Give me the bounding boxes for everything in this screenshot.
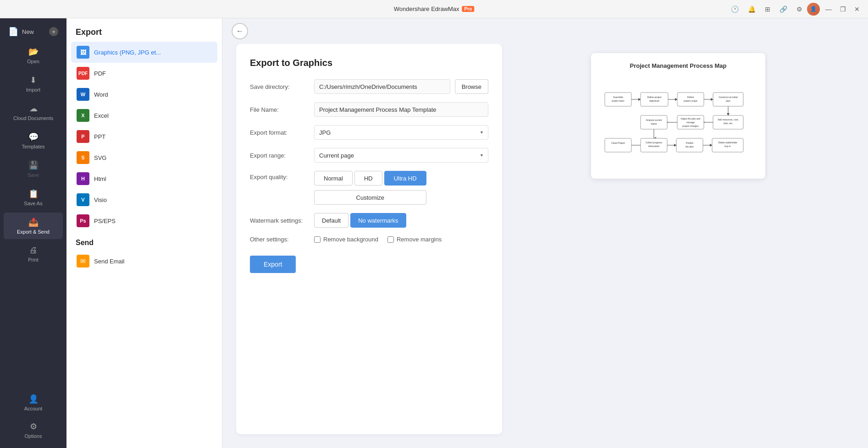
ppt-format-label: PPT bbox=[94, 133, 105, 140]
export-button[interactable]: Export bbox=[250, 256, 296, 273]
quality-hd-btn[interactable]: HD bbox=[354, 171, 382, 186]
customize-button[interactable]: Customize bbox=[314, 190, 426, 205]
quality-normal-btn[interactable]: Normal bbox=[314, 171, 353, 186]
pdf-format-label: PDF bbox=[94, 70, 106, 77]
sidebar-item-print-label: Print bbox=[28, 257, 39, 262]
svg-text:plan: plan bbox=[726, 99, 730, 102]
sidebar-item-new[interactable]: 📄 New + bbox=[4, 23, 63, 40]
sidebar-item-save-label: Save bbox=[28, 172, 39, 178]
remove-background-label[interactable]: Remove background bbox=[314, 236, 378, 243]
remove-margins-checkbox[interactable] bbox=[387, 236, 394, 243]
graphics-format-label: Graphics (PNG, JPG et... bbox=[94, 49, 161, 56]
sidebar-item-account[interactable]: 👤 Account bbox=[4, 389, 63, 416]
sidebar: 📄 New + 📂 Open ⬇ Import ☁ Cloud Document… bbox=[0, 18, 66, 448]
save-directory-row: Save directory: Browse bbox=[250, 79, 488, 94]
export-range-select[interactable]: Current page All pages Selected objects bbox=[314, 148, 488, 163]
export-quality-label: Export quality: bbox=[250, 171, 310, 180]
sidebar-item-open[interactable]: 📂 Open bbox=[4, 42, 63, 69]
ps-format-icon: Ps bbox=[77, 214, 89, 227]
remove-background-text: Remove background bbox=[323, 236, 378, 243]
send-email-item[interactable]: ✉ Send Email bbox=[66, 251, 222, 272]
minimize-button[interactable]: — bbox=[823, 5, 835, 14]
visio-format-label: Visio bbox=[94, 197, 107, 203]
watermark-row: Watermark settings: Default No watermark… bbox=[250, 213, 488, 228]
file-name-row: File Name: bbox=[250, 102, 488, 117]
watermark-default-btn[interactable]: Default bbox=[314, 213, 348, 228]
format-item-word[interactable]: W Word bbox=[71, 84, 217, 105]
other-settings-row: Other settings: Remove background Remove… bbox=[250, 236, 488, 243]
sidebar-item-templates[interactable]: 💬 Templates bbox=[4, 127, 63, 154]
word-format-icon: W bbox=[77, 88, 89, 101]
preview-title: Project Management Process Map bbox=[600, 62, 756, 69]
sidebar-item-cloud[interactable]: ☁ Cloud Documents bbox=[4, 99, 63, 126]
sidebar-item-import[interactable]: ⬇ Import bbox=[4, 71, 63, 97]
svg-text:Close Project: Close Project bbox=[611, 142, 625, 144]
format-item-ps[interactable]: Ps PS/EPS bbox=[71, 210, 217, 231]
send-email-label: Send Email bbox=[94, 258, 124, 265]
user-avatar[interactable]: 👤 bbox=[807, 3, 820, 16]
bell-icon[interactable]: 🔔 bbox=[746, 4, 757, 15]
new-icon: 📄 bbox=[8, 27, 18, 37]
clock-alert-icon[interactable]: 🕐 bbox=[729, 4, 741, 15]
share-icon[interactable]: 🔗 bbox=[778, 4, 789, 15]
export-panel: Export 🖼 Graphics (PNG, JPG et... PDF PD… bbox=[66, 18, 222, 448]
format-item-ppt[interactable]: P PPT bbox=[71, 126, 217, 147]
export-format-select[interactable]: JPG PNG BMP TIFF SVG bbox=[314, 125, 488, 140]
sidebar-item-account-label: Account bbox=[24, 406, 43, 411]
checkbox-group: Remove background Remove margins bbox=[314, 236, 442, 243]
format-item-excel[interactable]: X Excel bbox=[71, 105, 217, 126]
sidebar-item-print[interactable]: 🖨 Print bbox=[4, 241, 63, 267]
close-button[interactable]: ✕ bbox=[851, 5, 862, 14]
export-quality-row: Export quality: Normal HD Ultra HD Custo… bbox=[250, 171, 488, 205]
back-button-area: ← bbox=[222, 18, 868, 44]
sidebar-item-save-as[interactable]: 📋 Save As bbox=[4, 184, 63, 211]
svg-text:objectives: objectives bbox=[649, 99, 660, 102]
sidebar-item-options[interactable]: ⚙ Options bbox=[4, 417, 63, 443]
back-button[interactable]: ← bbox=[232, 23, 248, 39]
svg-text:Define project: Define project bbox=[647, 96, 662, 98]
export-form-title: Export to Graphics bbox=[250, 58, 488, 68]
format-list: 🖼 Graphics (PNG, JPG et... PDF PDF W Wor… bbox=[66, 42, 222, 231]
browse-button[interactable]: Browse bbox=[455, 79, 488, 94]
remove-margins-label[interactable]: Remove margins bbox=[387, 236, 442, 243]
quality-group: Normal HD Ultra HD bbox=[314, 171, 426, 186]
remove-background-checkbox[interactable] bbox=[314, 236, 321, 243]
export-panel-header: Export bbox=[66, 18, 222, 42]
quality-ultra-hd-btn[interactable]: Ultra HD bbox=[384, 171, 426, 186]
svg-text:risks, etc.: risks, etc. bbox=[723, 122, 733, 125]
format-item-graphics[interactable]: 🖼 Graphics (PNG, JPG et... bbox=[71, 42, 217, 63]
word-format-label: Word bbox=[94, 91, 108, 98]
format-item-html[interactable]: H Html bbox=[71, 168, 217, 189]
save-directory-input[interactable] bbox=[314, 79, 450, 94]
svg-text:status: status bbox=[651, 122, 657, 125]
templates-icon: 💬 bbox=[28, 132, 39, 142]
email-icon: ✉ bbox=[77, 255, 89, 268]
visio-format-icon: V bbox=[77, 193, 89, 206]
svg-text:Define: Define bbox=[687, 96, 694, 98]
export-range-row: Export range: Current page All pages Sel… bbox=[250, 148, 488, 163]
export-format-select-wrapper: JPG PNG BMP TIFF SVG bbox=[314, 125, 488, 140]
sidebar-item-export[interactable]: 📤 Export & Send bbox=[4, 213, 63, 239]
ppt-format-icon: P bbox=[77, 130, 89, 143]
format-item-visio[interactable]: V Visio bbox=[71, 189, 217, 210]
import-icon: ⬇ bbox=[30, 75, 37, 85]
maximize-button[interactable]: ❐ bbox=[837, 5, 849, 14]
sidebar-item-new-label: New bbox=[22, 28, 34, 35]
file-name-input[interactable] bbox=[314, 102, 488, 117]
svg-text:buy-in: buy-in bbox=[724, 145, 731, 148]
format-item-svg[interactable]: S SVG bbox=[71, 147, 217, 168]
svg-text:information: information bbox=[648, 145, 660, 148]
watermark-group: Default No watermarks bbox=[314, 213, 406, 228]
format-item-pdf[interactable]: PDF PDF bbox=[71, 63, 217, 84]
svg-text:the plan: the plan bbox=[686, 145, 694, 148]
svg-text:Add resources, cost,: Add resources, cost, bbox=[718, 118, 739, 121]
main-content: ← Export to Graphics Save directory: Bro… bbox=[222, 18, 868, 448]
watermark-none-btn[interactable]: No watermarks bbox=[350, 213, 406, 228]
flowchart-svg: Assemble project team Define project obj… bbox=[600, 76, 756, 168]
settings-icon[interactable]: ⚙ bbox=[795, 4, 804, 15]
sidebar-item-save[interactable]: 💾 Save bbox=[4, 156, 63, 182]
grid-icon[interactable]: ⊞ bbox=[763, 4, 772, 15]
watermark-label: Watermark settings: bbox=[250, 217, 310, 224]
svg-text:manage: manage bbox=[686, 121, 695, 124]
toolbar-icons: 🕐 🔔 ⊞ 🔗 ⚙ bbox=[729, 4, 804, 15]
